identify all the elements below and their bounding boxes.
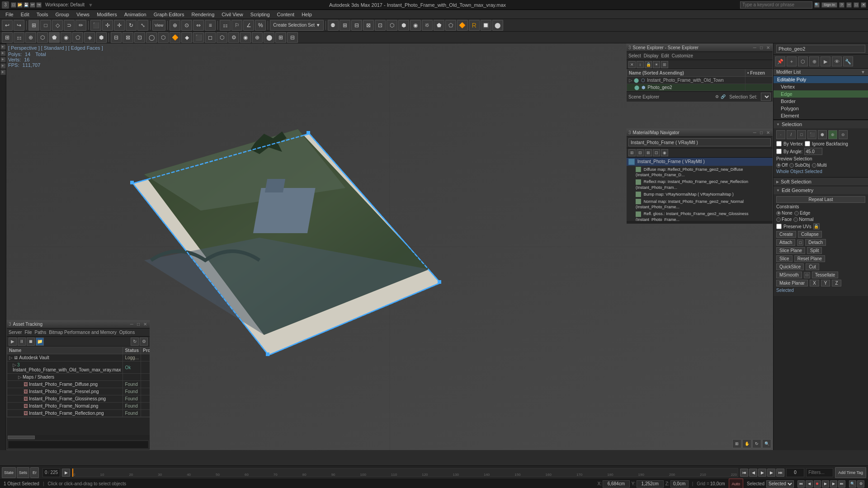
timeline-track[interactable]: 0 10 20 30 40 50 60 70 80 90 100 110 120… <box>72 468 738 477</box>
pb-play[interactable]: ▶ <box>758 469 766 477</box>
asset-hscrollbar[interactable] <box>7 435 150 440</box>
left-btn-1[interactable]: ▶ <box>0 44 6 50</box>
mat-scrollbar[interactable] <box>627 221 773 224</box>
by-vertex-check[interactable] <box>776 141 782 146</box>
tb-transform-center[interactable]: ⊙ <box>181 20 192 31</box>
menu-views[interactable]: Views <box>73 10 93 19</box>
sets-btn[interactable]: Sets <box>17 467 29 478</box>
sb-pb-start[interactable]: ⏮ <box>797 480 805 488</box>
constraint-edge-radio[interactable]: Edge <box>794 211 810 216</box>
sub-tb-10[interactable]: ⊟ <box>111 32 122 43</box>
reset-plane-btn[interactable]: Reset Plane <box>794 255 825 262</box>
tessellate-btn[interactable]: Tessellate <box>812 272 838 278</box>
tb-rotate[interactable]: ↻ <box>126 20 137 31</box>
menu-modifiers[interactable]: Modifiers <box>93 10 121 19</box>
se-close-btn[interactable]: ✕ <box>765 45 771 50</box>
asset-menu-bitmap[interactable]: Bitmap Performance and Memory <box>49 330 117 335</box>
rp-utilities-btn[interactable]: 🔧 <box>843 56 853 66</box>
sub-tb-19[interactable]: ⬡ <box>217 32 227 43</box>
tb-more-3[interactable]: ⊟ <box>351 20 362 31</box>
asset-tb-settings[interactable]: ⚙ <box>140 338 148 346</box>
pb-next[interactable]: ▶ <box>767 469 775 477</box>
menu-file[interactable]: File <box>2 10 17 19</box>
asset-restore-btn[interactable]: □ <box>136 322 141 327</box>
undo-btn[interactable]: ↩ <box>30 2 35 8</box>
sub-tb-25[interactable]: ⊟ <box>287 32 298 43</box>
help-btn[interactable]: ? <box>839 2 844 8</box>
asset-menu-paths[interactable]: Paths <box>35 330 47 335</box>
split-btn[interactable]: Split <box>807 247 822 254</box>
tb-render-setup[interactable]: 🔶 <box>457 20 468 31</box>
mat-nav-close[interactable]: ✕ <box>765 130 771 135</box>
modifier-element[interactable]: Element <box>774 112 868 119</box>
asset-row-glossiness[interactable]: 🖼Instant_Photo_Frame_Glossiness.png Foun… <box>7 395 150 403</box>
mat-tb-2[interactable]: ⊟ <box>637 149 644 156</box>
cut-btn[interactable]: Cut <box>806 263 819 270</box>
sb-extra1[interactable]: ⚙ <box>857 480 864 488</box>
sb-record[interactable]: ⏺ <box>814 480 821 488</box>
sub-tb-20[interactable]: ⚙ <box>228 32 239 43</box>
mat-tb-1[interactable]: ⊞ <box>628 149 636 156</box>
asset-row-normal[interactable]: 🖼Instant_Photo_Frame_Normal.png Found <box>7 403 150 410</box>
search-icon[interactable]: 🔍 <box>814 2 820 8</box>
se-sort-btn[interactable]: ↕ <box>637 61 644 68</box>
repeat-last-btn[interactable]: Repeat Last <box>776 196 865 203</box>
modifier-polygon[interactable]: Polygon <box>774 105 868 112</box>
y-btn[interactable]: Y <box>821 280 830 286</box>
scene-explorer-footer-label[interactable]: Scene Explorer <box>628 94 659 99</box>
tb-more-8[interactable]: ◉ <box>410 20 421 31</box>
tb-filter[interactable]: ⬛ <box>90 20 101 31</box>
section-edit-geometry-header[interactable]: ▼ Edit Geometry <box>774 186 868 194</box>
modifier-editable-poly[interactable]: Editable Poly <box>774 76 868 83</box>
asset-tb-refresh[interactable]: ↻ <box>131 338 139 346</box>
mat-nav-restore[interactable]: □ <box>759 130 764 135</box>
se-menu-customize[interactable]: Customize <box>672 53 693 58</box>
tb-more-1[interactable]: ⚉ <box>328 20 339 31</box>
sel-shrink-btn[interactable]: ⊖ <box>839 130 848 139</box>
tb-redo[interactable]: ↪ <box>14 20 24 31</box>
ignore-backfacing-check[interactable] <box>805 141 810 146</box>
sub-tb-16[interactable]: ◆ <box>181 32 192 43</box>
tb-more-11[interactable]: ⬠ <box>445 20 456 31</box>
y-coord-input[interactable] <box>637 480 664 488</box>
by-angle-check[interactable] <box>776 149 782 154</box>
sel-element-btn[interactable]: ⬢ <box>818 130 827 139</box>
mat-item-1[interactable]: Diffuse map: Reflect_Photo_Frame_geo2_ne… <box>627 166 773 178</box>
tb-snap-3d[interactable]: ⚐ <box>231 20 242 31</box>
asset-row-fresnel[interactable]: 🖼Instant_Photo_Frame_Fresnel.png Found <box>7 388 150 395</box>
search-input[interactable] <box>740 1 812 9</box>
env-btn[interactable]: Er <box>30 467 39 478</box>
modifier-border[interactable]: Border <box>774 98 868 105</box>
save-btn[interactable]: 💾 <box>24 2 29 8</box>
attach-btn[interactable]: Attach <box>776 239 795 246</box>
rp-hierarchy-btn[interactable]: ⊕ <box>809 56 819 66</box>
timeline-search[interactable] <box>806 468 833 477</box>
menu-scripting[interactable]: Scripting <box>247 10 274 19</box>
sb-pb-prev[interactable]: ◀ <box>806 480 813 488</box>
selection-set-dropdown[interactable] <box>761 93 771 101</box>
se-lock-btn[interactable]: 🔒 <box>645 61 652 68</box>
asset-close-btn[interactable]: ✕ <box>142 322 148 327</box>
tb-select-lasso[interactable]: ⊃ <box>64 20 75 31</box>
sub-tb-12[interactable]: ⊡ <box>134 32 145 43</box>
menu-content[interactable]: Content <box>274 10 298 19</box>
sub-tb-15[interactable]: 🔶 <box>170 32 180 43</box>
quickslice-btn[interactable]: QuickSlice <box>776 263 804 270</box>
tb-select-fence[interactable]: ◇ <box>52 20 63 31</box>
pb-prev[interactable]: ◀ <box>749 469 757 477</box>
sub-tb-22[interactable]: ⊕ <box>252 32 263 43</box>
collapse-btn[interactable]: Collapse <box>798 231 822 238</box>
rp-display-btn[interactable]: 👁 <box>832 56 842 66</box>
asset-tb-3[interactable]: ⏹ <box>27 338 35 346</box>
se-expand-btn[interactable]: ⊞ <box>661 61 668 68</box>
frame-input[interactable] <box>786 468 804 477</box>
tb-more-6[interactable]: ⬡ <box>387 20 397 31</box>
timeline-go-end[interactable]: ▶ <box>62 469 70 477</box>
preview-off-radio[interactable]: Off <box>776 163 788 168</box>
tb-more-5[interactable]: ⊡ <box>375 20 386 31</box>
preview-subobj-radio[interactable]: SubObj <box>789 163 810 168</box>
tb-snap-angle[interactable]: ∠ <box>243 20 254 31</box>
preview-multi-radio[interactable]: Multi <box>812 163 827 168</box>
asset-minimize-btn[interactable]: ─ <box>129 322 134 327</box>
attach-settings[interactable]: □ <box>797 239 803 246</box>
